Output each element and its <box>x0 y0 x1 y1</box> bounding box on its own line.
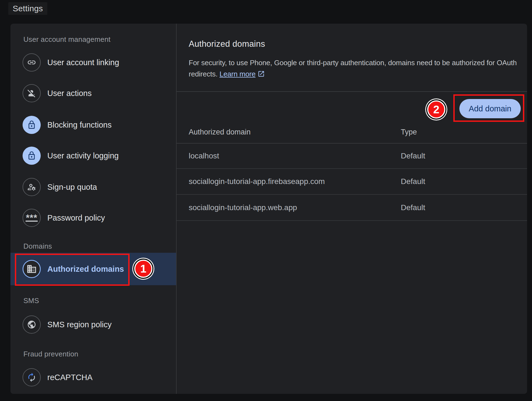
authorized-domains-pane: Authorized domains For security, to use … <box>177 24 527 394</box>
sidebar-item-label: Sign-up quota <box>47 183 97 192</box>
sidebar-section-user-account-management: User account management <box>23 35 111 44</box>
type-cell: Default <box>401 177 425 186</box>
person-off-icon <box>23 84 41 102</box>
sidebar-item-sign-up-quota[interactable]: Sign-up quota <box>10 171 176 203</box>
sidebar-item-label: SMS region policy <box>47 320 112 329</box>
sidebar-item-user-activity-logging[interactable]: User activity logging <box>10 140 176 171</box>
sidebar-item-authorized-domains[interactable]: Authorized domains <box>10 253 176 285</box>
table-row: sociallogin-tutorial-app.firebaseapp.com… <box>177 169 527 195</box>
lock-icon <box>23 147 41 165</box>
manage-accounts-icon <box>23 178 41 196</box>
sidebar-item-sms-region-policy[interactable]: SMS region policy <box>10 309 176 340</box>
toolbar-divider <box>177 91 527 92</box>
learn-more-link[interactable]: Learn more <box>220 70 265 78</box>
table-row: sociallogin-tutorial-app.web.app Default <box>177 195 527 221</box>
sidebar-item-label: Blocking functions <box>47 120 112 130</box>
sidebar-item-user-account-linking[interactable]: User account linking <box>10 47 176 78</box>
sidebar-item-label: User account linking <box>47 58 119 67</box>
sidebar-item-label: Authorized domains <box>47 265 124 274</box>
sidebar-item-password-policy[interactable]: Password policy <box>10 202 176 234</box>
column-header-type: Type <box>401 128 417 136</box>
type-cell: Default <box>401 203 425 212</box>
add-domain-button[interactable]: Add domain <box>459 99 521 118</box>
sidebar-item-recaptcha[interactable]: reCAPTCHA <box>10 362 176 393</box>
column-header-authorized-domain: Authorized domain <box>189 128 251 136</box>
link-icon <box>23 53 41 72</box>
learn-more-label: Learn more <box>220 70 256 78</box>
open-in-new-icon <box>257 70 265 78</box>
sidebar-item-user-actions[interactable]: User actions <box>10 78 176 109</box>
type-cell: Default <box>401 152 425 160</box>
pane-heading: Authorized domains <box>189 39 265 49</box>
asterisks-icon <box>23 209 41 227</box>
domain-cell: localhost <box>189 152 219 160</box>
sidebar-item-label: User actions <box>47 89 92 98</box>
sidebar-section-sms: SMS <box>23 296 39 305</box>
sidebar-section-fraud-prevention: Fraud prevention <box>23 349 78 359</box>
settings-sidebar: User account management User account lin… <box>10 24 176 394</box>
sidebar-item-label: reCAPTCHA <box>47 373 92 382</box>
domain-icon <box>23 260 41 278</box>
pane-description: For security, to use Phone, Google or th… <box>189 57 528 80</box>
table-row: localhost Default <box>177 144 527 169</box>
sidebar-section-domains: Domains <box>23 241 52 251</box>
domain-cell: sociallogin-tutorial-app.web.app <box>189 203 297 212</box>
table-header: Authorized domain Type <box>177 121 527 144</box>
sidebar-item-label: Password policy <box>47 213 105 223</box>
domain-cell: sociallogin-tutorial-app.firebaseapp.com <box>189 177 325 186</box>
page-title: Settings <box>8 2 47 15</box>
sidebar-item-blocking-functions[interactable]: Blocking functions <box>10 109 176 141</box>
sidebar-item-label: User activity logging <box>47 151 119 160</box>
lock-icon <box>23 116 41 134</box>
recaptcha-icon <box>23 368 41 386</box>
settings-panel: User account management User account lin… <box>10 24 527 394</box>
globe-icon <box>23 315 41 334</box>
